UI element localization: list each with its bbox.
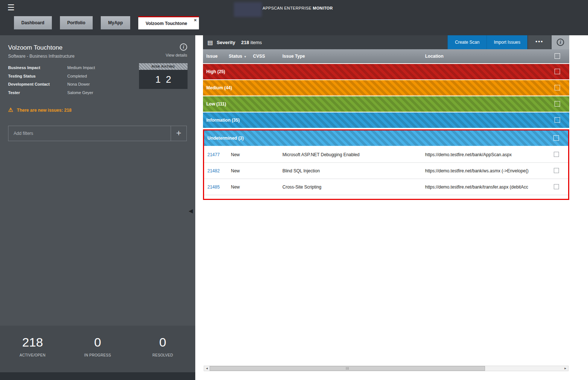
issue-status: New bbox=[231, 147, 240, 163]
panel-footer-strip bbox=[0, 372, 195, 380]
severity-group-high[interactable]: High (25) bbox=[203, 64, 569, 79]
tab-volzoom-touchtone[interactable]: Volzoom Touchtone × bbox=[138, 16, 199, 29]
issue-status: New bbox=[231, 179, 240, 195]
horizontal-scrollbar[interactable]: ◄ ► bbox=[204, 366, 569, 371]
stat-value: 0 bbox=[65, 335, 130, 349]
add-filter-button[interactable]: + bbox=[171, 126, 186, 141]
application-subtitle: Software - Business Infrastructure bbox=[8, 54, 75, 59]
scroll-right-arrow[interactable]: ► bbox=[563, 366, 568, 371]
panel-info-button[interactable]: i bbox=[552, 35, 569, 49]
top-bar: ☰ APPSCAN ENTERPRISE MONITOR Dashboard P… bbox=[0, 0, 588, 35]
field-value: Completed bbox=[67, 74, 87, 78]
issue-id-link[interactable]: 21485 bbox=[207, 179, 220, 195]
issues-toolbar: ▤ Severity 218 items Create Scan Import … bbox=[203, 35, 569, 49]
tab-dashboard[interactable]: Dashboard bbox=[14, 16, 52, 29]
stat-active-open: 218 ACTIVE/OPEN bbox=[0, 326, 65, 372]
import-issues-button[interactable]: Import Issues bbox=[487, 35, 527, 49]
field-label: Development Contact bbox=[8, 82, 66, 86]
severity-group-undetermined[interactable]: Undetermined (3) bbox=[204, 130, 568, 146]
app-title-regular: APPSCAN ENTERPRISE bbox=[263, 6, 311, 10]
stat-label: ACTIVE/OPEN bbox=[0, 353, 65, 357]
scrollbar-track[interactable] bbox=[210, 366, 563, 371]
field-value: Salome Geyer bbox=[67, 90, 93, 95]
stat-resolved: 0 RESOLVED bbox=[130, 326, 195, 372]
table-header: Issue Status▼ CVSS Issue Type Location bbox=[203, 49, 569, 63]
items-count: 218 items bbox=[241, 40, 262, 45]
tab-label: MyApp bbox=[108, 20, 123, 25]
column-header-location[interactable]: Location bbox=[425, 49, 443, 63]
group-label: Information (35) bbox=[206, 118, 240, 123]
issue-type: Microsoft ASP.NET Debugging Enabled bbox=[282, 147, 360, 163]
application-title: Volzoom Touchtone bbox=[8, 44, 63, 51]
group-checkbox[interactable] bbox=[555, 85, 560, 90]
filter-bar: Add filters + bbox=[8, 126, 187, 141]
tab-label: Portfolio bbox=[67, 20, 85, 25]
field-row: Development Contact Nona Dower bbox=[8, 82, 95, 90]
issue-location: https://demo.testfire.net/bank/transfer.… bbox=[425, 179, 553, 195]
more-actions-button[interactable]: ••• bbox=[528, 35, 551, 49]
column-header-issue-type[interactable]: Issue Type bbox=[282, 49, 305, 63]
info-icon[interactable]: i bbox=[180, 43, 187, 51]
group-checkbox[interactable] bbox=[555, 117, 560, 123]
scrollbar-grip bbox=[347, 367, 348, 370]
group-label: Undetermined (3) bbox=[207, 136, 244, 141]
issue-id-link[interactable]: 21482 bbox=[207, 163, 220, 179]
view-details-link[interactable]: View details bbox=[166, 53, 188, 57]
scrollbar-grip bbox=[346, 367, 346, 370]
scrollbar-grip bbox=[348, 367, 349, 370]
application-detail-panel: Volzoom Touchtone Software - Business In… bbox=[0, 35, 195, 380]
create-scan-button[interactable]: Create Scan bbox=[448, 35, 487, 49]
issue-location: https://demo.testfire.net/bank/ws.asmx (… bbox=[425, 163, 553, 179]
column-header-issue[interactable]: Issue bbox=[206, 49, 218, 63]
risk-rating-value: 12 bbox=[139, 70, 188, 89]
add-filters-input[interactable]: Add filters bbox=[8, 126, 171, 141]
issue-id-link[interactable]: 21477 bbox=[207, 147, 220, 163]
group-checkbox[interactable] bbox=[555, 101, 560, 107]
row-checkbox[interactable] bbox=[554, 152, 559, 157]
stat-value: 218 bbox=[0, 335, 65, 349]
tab-myapp[interactable]: MyApp bbox=[101, 16, 130, 29]
group-checkbox[interactable] bbox=[553, 135, 559, 141]
warning-icon: ⚠ bbox=[8, 107, 13, 113]
items-count-word: items bbox=[250, 40, 262, 45]
issue-row[interactable]: 21482 New Blind SQL Injection https://de… bbox=[204, 163, 568, 179]
scrollbar-thumb[interactable] bbox=[210, 366, 485, 371]
group-label: Medium (44) bbox=[206, 85, 232, 90]
risk-rating-widget: RISK RATING 12 bbox=[139, 63, 188, 89]
column-header-cvss[interactable]: CVSS bbox=[253, 49, 265, 63]
row-checkbox[interactable] bbox=[554, 184, 559, 189]
issue-row[interactable]: 21485 New Cross-Site Scripting https://d… bbox=[204, 179, 568, 195]
select-all-checkbox[interactable] bbox=[555, 53, 560, 59]
stat-in-progress: 0 IN PROGRESS bbox=[65, 326, 130, 372]
issue-row[interactable]: 21477 New Microsoft ASP.NET Debugging En… bbox=[204, 147, 568, 163]
tab-label: Dashboard bbox=[21, 20, 44, 25]
tab-portfolio[interactable]: Portfolio bbox=[60, 16, 93, 29]
severity-group-low[interactable]: Low (111) bbox=[203, 96, 569, 112]
new-issues-warning: ⚠ There are new issues: 218 bbox=[8, 107, 72, 113]
sort-down-icon: ▼ bbox=[244, 55, 247, 58]
hamburger-menu-icon[interactable]: ☰ bbox=[7, 3, 15, 12]
application-fields: Business Impact Medium Impact Testing St… bbox=[8, 65, 95, 98]
severity-group-medium[interactable]: Medium (44) bbox=[203, 80, 569, 96]
risk-rating-label: RISK RATING bbox=[139, 63, 188, 70]
row-checkbox[interactable] bbox=[554, 168, 559, 173]
table-view-icon: ▤ bbox=[207, 39, 213, 46]
group-checkbox[interactable] bbox=[555, 69, 560, 74]
stat-value: 0 bbox=[130, 335, 195, 349]
field-row: Testing Status Completed bbox=[8, 74, 95, 82]
app-title-bold: MONITOR bbox=[313, 6, 333, 10]
warning-text: There are new issues: 218 bbox=[17, 108, 72, 113]
company-logo bbox=[234, 2, 262, 17]
collapse-panel-arrow-icon[interactable]: ◀ bbox=[189, 208, 193, 214]
column-header-status[interactable]: Status▼ bbox=[229, 49, 247, 63]
group-label: Low (111) bbox=[206, 101, 226, 107]
issue-location: https://demo.testfire.net/bank/AppScan.a… bbox=[425, 147, 553, 163]
issue-status: New bbox=[231, 163, 240, 179]
severity-group-information[interactable]: Information (35) bbox=[203, 112, 569, 128]
field-label: Business Impact bbox=[8, 65, 66, 70]
scroll-left-arrow[interactable]: ◄ bbox=[204, 366, 210, 371]
view-selector-button[interactable]: ▤ Severity bbox=[207, 39, 235, 46]
close-tab-icon[interactable]: × bbox=[194, 17, 197, 23]
annotation-highlight-box: Undetermined (3) 21477 New Microsoft ASP… bbox=[203, 129, 569, 200]
app-title: APPSCAN ENTERPRISE MONITOR bbox=[263, 6, 333, 10]
